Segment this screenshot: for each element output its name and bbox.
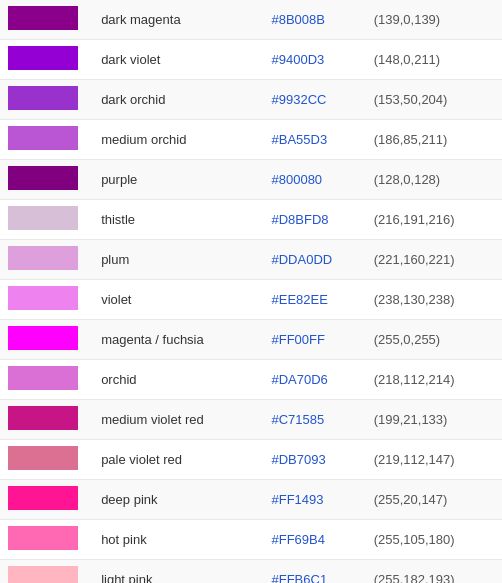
color-swatch-cell — [0, 520, 93, 560]
table-row: medium violet red #C71585 (199,21,133) — [0, 400, 502, 440]
color-swatch — [8, 206, 78, 230]
color-swatch — [8, 86, 78, 110]
color-rgb: (218,112,214) — [366, 360, 502, 400]
color-swatch — [8, 286, 78, 310]
color-swatch-cell — [0, 0, 93, 40]
color-hex: #FF00FF — [263, 320, 365, 360]
table-row: plum #DDA0DD (221,160,221) — [0, 240, 502, 280]
table-row: violet #EE82EE (238,130,238) — [0, 280, 502, 320]
color-name: hot pink — [93, 520, 263, 560]
color-swatch-cell — [0, 80, 93, 120]
table-row: magenta / fuchsia #FF00FF (255,0,255) — [0, 320, 502, 360]
color-swatch-cell — [0, 440, 93, 480]
table-row: thistle #D8BFD8 (216,191,216) — [0, 200, 502, 240]
table-row: pale violet red #DB7093 (219,112,147) — [0, 440, 502, 480]
color-name: dark violet — [93, 40, 263, 80]
color-name: purple — [93, 160, 263, 200]
color-name: pale violet red — [93, 440, 263, 480]
table-row: light pink #FFB6C1 (255,182,193) — [0, 560, 502, 584]
color-rgb: (221,160,221) — [366, 240, 502, 280]
table-row: purple #800080 (128,0,128) — [0, 160, 502, 200]
color-rgb: (255,20,147) — [366, 480, 502, 520]
color-swatch-cell — [0, 200, 93, 240]
color-swatch — [8, 6, 78, 30]
color-rgb: (139,0,139) — [366, 0, 502, 40]
table-row: hot pink #FF69B4 (255,105,180) — [0, 520, 502, 560]
color-swatch — [8, 566, 78, 583]
table-row: dark violet #9400D3 (148,0,211) — [0, 40, 502, 80]
color-hex: #FF1493 — [263, 480, 365, 520]
color-swatch — [8, 366, 78, 390]
color-name: orchid — [93, 360, 263, 400]
color-name: violet — [93, 280, 263, 320]
color-hex: #DDA0DD — [263, 240, 365, 280]
color-name: deep pink — [93, 480, 263, 520]
color-hex: #BA55D3 — [263, 120, 365, 160]
color-hex: #FFB6C1 — [263, 560, 365, 584]
color-rgb: (199,21,133) — [366, 400, 502, 440]
table-row: dark magenta #8B008B (139,0,139) — [0, 0, 502, 40]
color-hex: #8B008B — [263, 0, 365, 40]
color-hex: #EE82EE — [263, 280, 365, 320]
color-swatch-cell — [0, 560, 93, 584]
color-hex: #D8BFD8 — [263, 200, 365, 240]
color-swatch — [8, 46, 78, 70]
color-rgb: (238,130,238) — [366, 280, 502, 320]
color-rgb: (255,0,255) — [366, 320, 502, 360]
color-name: dark magenta — [93, 0, 263, 40]
table-row: orchid #DA70D6 (218,112,214) — [0, 360, 502, 400]
color-swatch-cell — [0, 320, 93, 360]
color-rgb: (255,182,193) — [366, 560, 502, 584]
table-row: dark orchid #9932CC (153,50,204) — [0, 80, 502, 120]
color-name: medium orchid — [93, 120, 263, 160]
color-swatch — [8, 126, 78, 150]
color-swatch-cell — [0, 120, 93, 160]
color-rgb: (153,50,204) — [366, 80, 502, 120]
color-rgb: (255,105,180) — [366, 520, 502, 560]
color-name: thistle — [93, 200, 263, 240]
color-rgb: (128,0,128) — [366, 160, 502, 200]
color-swatch-cell — [0, 40, 93, 80]
color-swatch — [8, 406, 78, 430]
color-hex: #9400D3 — [263, 40, 365, 80]
color-table: dark magenta #8B008B (139,0,139) dark vi… — [0, 0, 502, 583]
color-hex: #C71585 — [263, 400, 365, 440]
color-hex: #9932CC — [263, 80, 365, 120]
color-swatch — [8, 526, 78, 550]
color-swatch — [8, 166, 78, 190]
table-row: medium orchid #BA55D3 (186,85,211) — [0, 120, 502, 160]
color-rgb: (186,85,211) — [366, 120, 502, 160]
color-name: medium violet red — [93, 400, 263, 440]
color-swatch — [8, 326, 78, 350]
color-swatch-cell — [0, 480, 93, 520]
color-hex: #DA70D6 — [263, 360, 365, 400]
color-swatch-cell — [0, 240, 93, 280]
color-name: light pink — [93, 560, 263, 584]
color-swatch-cell — [0, 400, 93, 440]
color-hex: #DB7093 — [263, 440, 365, 480]
color-rgb: (148,0,211) — [366, 40, 502, 80]
color-name: dark orchid — [93, 80, 263, 120]
color-rgb: (219,112,147) — [366, 440, 502, 480]
color-swatch — [8, 446, 78, 470]
color-swatch-cell — [0, 280, 93, 320]
color-rgb: (216,191,216) — [366, 200, 502, 240]
table-row: deep pink #FF1493 (255,20,147) — [0, 480, 502, 520]
color-name: magenta / fuchsia — [93, 320, 263, 360]
color-name: plum — [93, 240, 263, 280]
color-swatch-cell — [0, 160, 93, 200]
color-swatch — [8, 246, 78, 270]
color-hex: #FF69B4 — [263, 520, 365, 560]
color-swatch — [8, 486, 78, 510]
color-swatch-cell — [0, 360, 93, 400]
color-hex: #800080 — [263, 160, 365, 200]
